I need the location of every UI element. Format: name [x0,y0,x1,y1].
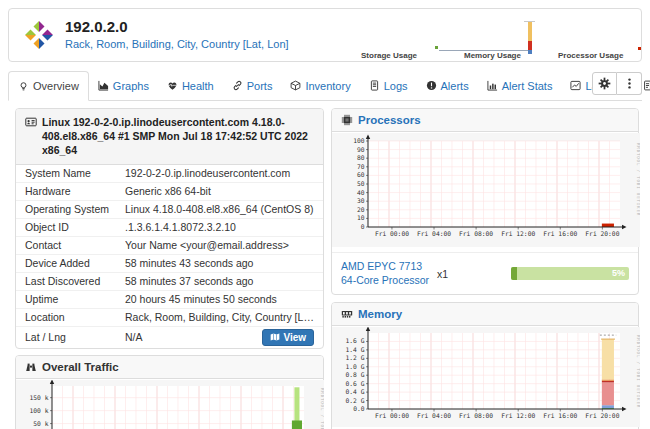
system-row-lat-lng: Lat / LngN/AView [16,327,323,348]
tab-logs[interactable]: Logs [360,71,417,100]
view-map-button[interactable]: View [262,329,314,346]
line-chart-icon [570,80,581,91]
svg-text:Fri 00:00: Fri 00:00 [375,412,409,419]
svg-text:40: 40 [357,189,365,196]
cpu-subname: 64-Core Processor [341,274,437,288]
left-column: Linux 192-0-2-0.ip.linodeusercontent.com… [15,108,324,429]
system-kernel-title: Linux 192-0-2-0.ip.linodeusercontent.com… [42,115,314,158]
more-menu-button[interactable] [617,72,642,95]
overall-traffic-header: Overall Traffic [16,356,323,379]
processors-graph[interactable]: 0102030405060708090100Fri 00:00Fri 04:00… [332,132,638,252]
cpu-row: AMD EPYC 7713 64-Core Processor x1 5% [332,252,638,294]
map-icon [270,332,280,342]
microchip-icon [341,114,353,126]
row-value: 192-0-2-0.ip.linodeusercontent.com [125,167,314,179]
memory-title[interactable]: Memory [358,308,402,320]
svg-text:70: 70 [357,163,365,170]
svg-text:0.2 G: 0.2 G [346,397,365,404]
notes-icon [642,80,650,91]
system-row-device-added: Device Added58 minutes 43 seconds ago [16,255,323,273]
area-chart-icon [98,80,109,91]
svg-text:10: 10 [357,214,365,221]
tab-label: Alert Stats [502,80,553,92]
svg-text:Fri 20:00: Fri 20:00 [585,230,619,237]
cube-icon [290,80,301,91]
row-value: Your Name <your@email.address> [125,239,314,251]
svg-text:0.0: 0.0 [353,405,365,412]
file-icon [369,80,380,91]
system-row-object-id: Object ID.1.3.6.1.4.1.8072.3.2.10 [16,219,323,237]
svg-text:Fri 08:00: Fri 08:00 [459,230,493,237]
system-row-operating-system: Operating SystemLinux 4.18.0-408.el8.x86… [16,201,323,219]
tab-alerts[interactable]: Alerts [417,71,478,100]
svg-text:1.0 G: 1.0 G [346,363,365,370]
svg-text:100 k: 100 k [30,406,49,413]
device-location-link[interactable]: Rack, Room, Building, City, Country [Lat… [65,38,289,50]
row-label: Device Added [25,257,125,269]
system-row-contact: ContactYour Name <your@email.address> [16,237,323,255]
memory-header: Memory [332,303,638,326]
processors-panel: Processors 0102030405060708090100Fri 00:… [331,108,639,295]
tab-overview[interactable]: Overview [8,71,89,101]
cpu-name-link[interactable]: AMD EPYC 7713 64-Core Processor [341,260,437,287]
link-icon [232,80,243,91]
device-tabbar: OverviewGraphsHealthPortsInventoryLogsAl… [8,71,642,101]
row-label: Object ID [25,221,125,233]
row-label: Lat / Lng [25,331,125,343]
processors-title[interactable]: Processors [358,114,421,126]
system-row-last-discovered: Last Discovered58 minutes 37 seconds ago [16,273,323,291]
svg-text:Fri 12:00: Fri 12:00 [501,230,535,237]
tab-graphs[interactable]: Graphs [89,71,158,100]
row-value: 20 hours 45 minutes 50 seconds [125,293,314,305]
memory-panel: Memory 0.00.2 G0.4 G0.6 G0.8 G1.0 G1.2 G… [331,302,639,429]
tab-list: OverviewGraphsHealthPortsInventoryLogsAl… [8,71,642,100]
svg-text:RRDTOOL / TOBI OETIKER: RRDTOOL / TOBI OETIKER [636,335,640,408]
overall-traffic-title: Overall Traffic [42,361,119,373]
centos-logo-icon [21,17,57,53]
row-value: N/A [125,331,262,343]
svg-text:1.6 G: 1.6 G [346,338,365,345]
kebab-icon [623,77,636,90]
overall-traffic-graph[interactable]: 050 k100 k150 kRRDTOOL / TOBI OETIKER [16,379,323,429]
storage-usage-label: Storage Usage [361,51,417,60]
system-panel-header: Linux 192-0-2-0.ip.linodeusercontent.com… [16,109,323,165]
svg-text:RRDTOOL / TOBI OETIKER: RRDTOOL / TOBI OETIKER [636,143,640,216]
processors-rrd-chart: 0102030405060708090100Fri 00:00Fri 04:00… [332,133,640,247]
memory-graph[interactable]: 0.00.2 G0.4 G0.6 G0.8 G1.0 G1.2 G1.4 G1.… [332,326,638,429]
settings-button[interactable] [592,72,617,95]
row-value: .1.3.6.1.4.1.8072.3.2.10 [125,221,314,233]
svg-text:0.6 G: 0.6 G [346,380,365,387]
bar-chart-icon [487,80,498,91]
memory-usage-sparkline[interactable] [439,20,539,56]
alert-circle-icon [426,80,437,91]
svg-text:Fri 16:00: Fri 16:00 [543,412,577,419]
row-label: Uptime [25,293,125,305]
tab-ports[interactable]: Ports [223,71,282,100]
gear-icon [598,77,611,90]
row-value: Linux 4.18.0-408.el8.x86_64 (CentOS 8) [125,203,314,215]
row-value: Rack, Room, Building, City, Country [Lat… [125,311,314,323]
cpu-usage-bar: 5% [511,267,629,280]
svg-text:1.2 G: 1.2 G [346,355,365,362]
processor-usage-label: Processor Usage [558,51,623,60]
svg-text:50: 50 [357,180,365,187]
tab-health[interactable]: Health [158,71,223,100]
tab-alert-stats[interactable]: Alert Stats [478,71,562,100]
row-value: 58 minutes 37 seconds ago [125,275,314,287]
row-label: Last Discovered [25,275,125,287]
svg-text:Fri 16:00: Fri 16:00 [543,230,577,237]
svg-text:20: 20 [357,206,365,213]
row-label: Contact [25,239,125,251]
cpu-usage-fill [511,267,517,280]
id-card-icon [25,116,37,128]
heartbeat-icon [167,80,178,91]
tab-label: Inventory [305,80,350,92]
svg-text:Fri 20:00: Fri 20:00 [585,412,619,419]
row-value: Generic x86 64-bit [125,185,314,197]
processor-usage-sparkline[interactable] [635,44,645,54]
cpu-name: AMD EPYC 7713 [341,260,437,274]
tab-label: Graphs [113,80,149,92]
lightbulb-icon [18,81,29,92]
tab-inventory[interactable]: Inventory [281,71,359,100]
svg-text:60: 60 [357,171,365,178]
